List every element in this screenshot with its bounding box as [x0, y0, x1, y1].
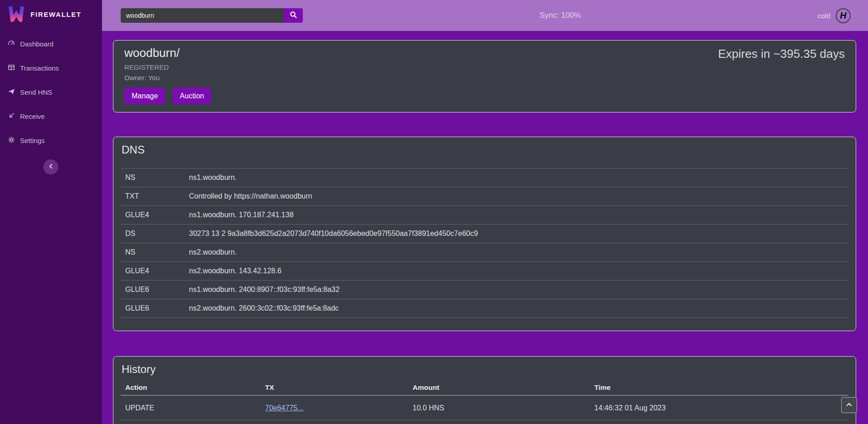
sidebar-item-label: Receive: [20, 112, 45, 120]
history-header-row: Action TX Amount Time: [121, 380, 848, 396]
brand-title: FIREWALLET: [31, 10, 82, 18]
sidebar-item-dashboard[interactable]: Dashboard: [0, 32, 102, 56]
scroll-to-top-button[interactable]: [841, 397, 857, 413]
sidebar-item-send-hns[interactable]: Send HNS: [0, 80, 102, 104]
send-icon: [8, 88, 15, 97]
dns-title: DNS: [121, 143, 848, 156]
sidebar-collapse-button[interactable]: [43, 159, 58, 174]
history-action: UPDATE: [125, 404, 265, 412]
dns-record-value: ns1.woodburn. 2400:8907::f03c:93ff:fe5a:…: [189, 286, 848, 294]
domain-actions: Manage Auction: [124, 87, 845, 104]
dns-record-type: GLUE4: [125, 267, 189, 275]
search-bar: [121, 8, 303, 23]
sidebar-nav: Dashboard Transactions Send HNS: [0, 32, 102, 153]
history-card: History Action TX Amount Time UPDATE 70e…: [113, 356, 856, 424]
dns-record-type: GLUE4: [125, 211, 189, 219]
history-col-time: Time: [594, 383, 848, 392]
history-time: 14:46:32 01 Aug 2023: [594, 404, 848, 412]
settings-icon: [8, 136, 15, 145]
dns-record-value: ns2.woodburn. 143.42.128.6: [189, 267, 848, 275]
sidebar-item-receive[interactable]: Receive: [0, 104, 102, 128]
topbar: Sync: 100% cold H: [102, 0, 868, 31]
dns-record-row: GLUE6 ns2.woodburn. 2600:3c02::f03c:93ff…: [121, 299, 848, 318]
dns-record-row: GLUE6 ns1.woodburn. 2400:8907::f03c:93ff…: [121, 281, 848, 299]
sidebar: FIREWALLET Dashboard Transactions: [0, 0, 102, 424]
dns-record-value: Controlled by https://nathan.woodburn: [189, 192, 848, 200]
dns-record-row: NS ns2.woodburn.: [121, 243, 848, 262]
dns-record-row: DS 30273 13 2 9a3a8fb3d625d2a2073d740f10…: [121, 225, 848, 243]
dns-record-value: 30273 13 2 9a3a8fb3d625d2a2073d740f10da6…: [189, 230, 848, 238]
dns-record-type: NS: [125, 174, 189, 182]
dashboard-icon: [8, 40, 15, 48]
chevron-left-icon: [47, 163, 55, 171]
auction-button[interactable]: Auction: [173, 87, 211, 104]
main-content: woodburn/ Expires in ~395.35 days REGIST…: [102, 31, 868, 424]
wallet-name: cold: [817, 12, 830, 20]
history-col-action: Action: [125, 383, 265, 392]
search-input[interactable]: [121, 8, 284, 23]
sidebar-item-settings[interactable]: Settings: [0, 128, 102, 153]
history-row: UPDATE 70e64775... 10.0 HNS 14:46:32 01 …: [121, 396, 848, 420]
history-col-tx: TX: [265, 383, 413, 392]
dns-record-value: ns2.woodburn. 2600:3c02::f03c:93ff:fe5a:…: [189, 304, 848, 312]
domain-status: REGISTERED: [124, 63, 845, 71]
history-amount: 10.0 HNS: [413, 404, 594, 412]
chevron-up-icon: [845, 401, 853, 410]
dns-card: DNS NS ns1.woodburn. TXT Controlled by h…: [113, 137, 856, 331]
domain-owner: Owner: You: [124, 74, 845, 82]
brand: FIREWALLET: [0, 0, 102, 28]
dns-record-type: GLUE6: [125, 304, 189, 312]
history-title: History: [121, 363, 848, 376]
dns-record-row: TXT Controlled by https://nathan.woodbur…: [121, 187, 848, 206]
history-row: RENEW d78e5c4... 10.0 HNS 15:47:06 07 Fe…: [121, 420, 848, 424]
firewallet-logo: [8, 5, 25, 24]
search-icon: [290, 11, 297, 20]
domain-expiry: Expires in ~395.35 days: [718, 47, 845, 61]
dns-record-value: ns2.woodburn.: [189, 248, 848, 256]
dns-record-value: ns1.woodburn. 170.187.241.138: [189, 211, 848, 219]
history-col-amount: Amount: [413, 383, 594, 392]
sidebar-item-transactions[interactable]: Transactions: [0, 56, 102, 80]
dns-record-type: DS: [125, 230, 189, 238]
tx-link[interactable]: 70e64775...: [265, 404, 304, 412]
wallet-indicator: cold H: [817, 8, 868, 23]
sidebar-item-label: Send HNS: [20, 88, 52, 96]
dns-record-row: NS ns1.woodburn.: [121, 169, 848, 187]
search-button[interactable]: [284, 8, 303, 23]
sidebar-item-label: Settings: [20, 137, 45, 144]
dns-record-row: GLUE4 ns1.woodburn. 170.187.241.138: [121, 206, 848, 225]
sidebar-item-label: Transactions: [20, 64, 59, 72]
receive-icon: [8, 112, 15, 121]
dns-table: NS ns1.woodburn. TXT Controlled by https…: [121, 168, 848, 318]
dns-record-type: GLUE6: [125, 286, 189, 294]
sidebar-item-label: Dashboard: [20, 40, 53, 48]
dns-record-value: ns1.woodburn.: [189, 174, 848, 182]
manage-button[interactable]: Manage: [124, 87, 165, 104]
transactions-icon: [8, 64, 15, 72]
sync-status: Sync: 100%: [540, 11, 581, 20]
dns-record-type: TXT: [125, 192, 189, 200]
handshake-logo-icon[interactable]: H: [836, 8, 851, 23]
domain-card: woodburn/ Expires in ~395.35 days REGIST…: [113, 40, 856, 112]
dns-record-type: NS: [125, 248, 189, 256]
dns-record-row: GLUE4 ns2.woodburn. 143.42.128.6: [121, 262, 848, 281]
